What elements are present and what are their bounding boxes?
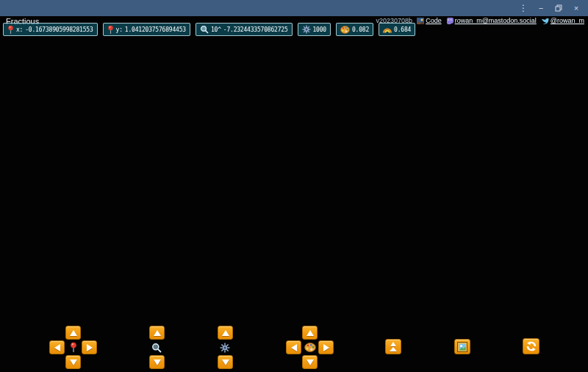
app-window: ⋮ − × Fractious v20230708b Code rowan_m@… <box>0 0 588 372</box>
palette-icon <box>304 343 316 352</box>
field-value: 0.082 <box>352 26 369 33</box>
field-value: 1000 <box>313 26 326 33</box>
field-value: 0.684 <box>394 26 411 33</box>
arrow-left-icon <box>291 344 297 351</box>
mastodon-link[interactable]: rowan_m@mastodon.social <box>446 17 537 24</box>
magnifier-icon <box>200 25 209 34</box>
color-down-button[interactable] <box>302 355 318 369</box>
pan-right-button[interactable] <box>82 340 97 354</box>
redraw-button[interactable] <box>523 338 539 354</box>
pin-icon <box>7 25 14 35</box>
field-label: x: <box>16 26 23 33</box>
field-value: -7.2324433570862725 <box>223 26 288 33</box>
iterations-up-button[interactable] <box>218 326 233 340</box>
mastodon-link-label: rowan_m@mastodon.social <box>455 17 537 24</box>
minimize-button[interactable]: − <box>534 2 548 14</box>
gear-icon <box>302 25 311 34</box>
kebab-icon: ⋮ <box>519 4 528 12</box>
field-label: y: <box>116 26 123 33</box>
arrow-left-icon <box>54 344 60 351</box>
restore-icon <box>555 4 562 12</box>
twitter-link-label: @rowan_m <box>551 17 584 24</box>
sunrise-icon <box>417 18 424 24</box>
arrow-up-icon <box>70 330 77 336</box>
save-image-button[interactable] <box>454 339 470 354</box>
pan-up-button[interactable] <box>65 326 81 340</box>
arrow-right-icon <box>323 344 329 351</box>
field-value: -0.16738905998281553 <box>25 26 93 33</box>
minimize-icon: − <box>539 4 543 12</box>
twitter-link[interactable]: @rowan_m <box>541 17 584 24</box>
double-up-arrow-icon <box>390 342 397 351</box>
title-bar: ⋮ − × <box>0 0 588 16</box>
window-menu-button[interactable]: ⋮ <box>516 2 531 14</box>
arrow-down-icon <box>222 360 229 365</box>
arrow-right-icon <box>87 344 93 351</box>
color-scale-field[interactable]: 0.684 <box>379 23 415 36</box>
reset-zoom-button[interactable] <box>385 339 401 354</box>
coord-y-field[interactable]: y: 1.0412037576894453 <box>103 23 190 36</box>
zoom-scale-field[interactable]: 10^ -7.2324433570862725 <box>196 23 293 36</box>
color-up-button[interactable] <box>302 326 318 340</box>
code-link[interactable]: Code <box>417 17 442 24</box>
toolbar: x: -0.16738905998281553 y: 1.04120375768… <box>3 23 415 36</box>
color-offset-field[interactable]: 0.082 <box>336 23 373 36</box>
field-value: 1.0412037576894453 <box>125 26 186 33</box>
color-right-button[interactable] <box>318 340 334 354</box>
restore-button[interactable] <box>551 2 566 14</box>
close-button[interactable]: × <box>569 2 584 14</box>
arrow-down-icon <box>306 360 314 365</box>
gear-icon <box>220 343 230 353</box>
arrow-up-icon <box>154 330 161 336</box>
pin-icon <box>107 25 114 35</box>
iterations-field[interactable]: 1000 <box>298 23 331 36</box>
coord-x-field[interactable]: x: -0.16738905998281553 <box>3 23 98 36</box>
arrow-up-icon <box>306 330 314 336</box>
arrow-down-icon <box>154 360 161 365</box>
field-label: 10^ <box>211 26 221 33</box>
zoom-in-button[interactable] <box>149 326 165 340</box>
picture-icon <box>457 342 467 352</box>
zoom-out-button[interactable] <box>149 355 165 369</box>
iterations-down-button[interactable] <box>218 355 233 369</box>
code-link-label: Code <box>426 17 442 24</box>
fractal-canvas[interactable] <box>0 16 588 372</box>
close-icon: × <box>574 4 578 12</box>
bird-icon <box>541 18 549 24</box>
pan-down-button[interactable] <box>65 355 81 369</box>
arrow-down-icon <box>70 360 77 365</box>
pin-icon <box>68 341 78 354</box>
palette-icon <box>340 26 350 34</box>
pan-left-button[interactable] <box>49 340 65 354</box>
mastodon-icon <box>446 17 453 24</box>
color-left-button[interactable] <box>286 340 301 354</box>
rainbow-icon <box>383 26 392 33</box>
refresh-icon <box>526 340 537 352</box>
magnifier-icon <box>151 343 162 353</box>
arrow-up-icon <box>222 330 229 336</box>
